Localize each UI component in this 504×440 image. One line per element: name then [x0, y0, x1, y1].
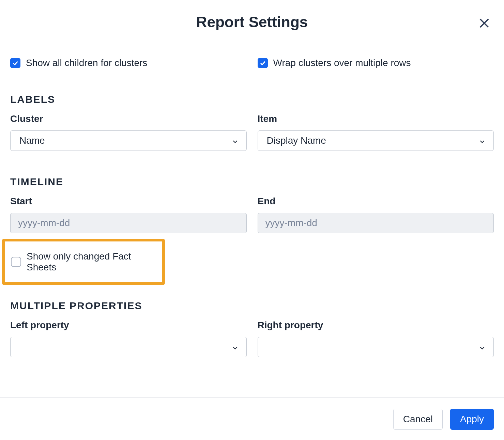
- show-only-changed-option[interactable]: Show only changed Fact Sheets: [2, 239, 165, 285]
- chevron-down-icon: [478, 343, 486, 351]
- show-all-children-label: Show all children for clusters: [26, 58, 147, 68]
- chevron-down-icon: [231, 137, 239, 144]
- left-property-select[interactable]: [10, 337, 247, 357]
- wrap-clusters-option[interactable]: Wrap clusters over multiple rows: [258, 58, 494, 68]
- checkbox-unchecked-icon: [11, 257, 21, 267]
- right-property-select[interactable]: [258, 337, 494, 357]
- show-only-changed-label: Show only changed Fact Sheets: [27, 251, 156, 273]
- cancel-button[interactable]: Cancel: [393, 409, 443, 430]
- checkbox-checked-icon: [10, 58, 20, 68]
- report-settings-modal: Report Settings Show all children for cl…: [0, 0, 504, 440]
- multiple-properties-heading: MULTIPLE PROPERTIES: [10, 300, 494, 312]
- modal-footer: Cancel Apply: [0, 397, 504, 440]
- cluster-select[interactable]: Name: [10, 130, 247, 151]
- close-icon: [478, 17, 490, 29]
- start-date-input[interactable]: [10, 213, 247, 233]
- end-date-input[interactable]: [258, 213, 494, 233]
- labels-row: Cluster Name Item Display Name: [10, 113, 494, 151]
- modal-body: Show all children for clusters Wrap clus…: [0, 48, 504, 397]
- left-property-label: Left property: [10, 320, 247, 331]
- apply-button[interactable]: Apply: [450, 409, 494, 430]
- item-select[interactable]: Display Name: [258, 130, 494, 151]
- multiple-properties-row: Left property Right property: [10, 320, 494, 357]
- checkbox-checked-icon: [258, 58, 268, 68]
- cluster-select-value: Name: [19, 135, 45, 146]
- wrap-clusters-label: Wrap clusters over multiple rows: [273, 58, 411, 68]
- timeline-heading: TIMELINE: [10, 176, 494, 188]
- item-label: Item: [258, 113, 494, 124]
- start-label: Start: [10, 196, 247, 207]
- item-select-value: Display Name: [267, 135, 326, 146]
- chevron-down-icon: [478, 137, 486, 144]
- show-all-children-option[interactable]: Show all children for clusters: [10, 58, 247, 68]
- close-button[interactable]: [476, 15, 492, 32]
- labels-heading: LABELS: [10, 94, 494, 105]
- cluster-label: Cluster: [10, 113, 247, 124]
- chevron-down-icon: [231, 343, 239, 351]
- timeline-row: Start End: [10, 196, 494, 233]
- end-label: End: [258, 196, 494, 207]
- modal-title: Report Settings: [196, 14, 308, 31]
- top-options-row: Show all children for clusters Wrap clus…: [10, 58, 494, 68]
- right-property-label: Right property: [258, 320, 494, 331]
- modal-header: Report Settings: [0, 0, 504, 48]
